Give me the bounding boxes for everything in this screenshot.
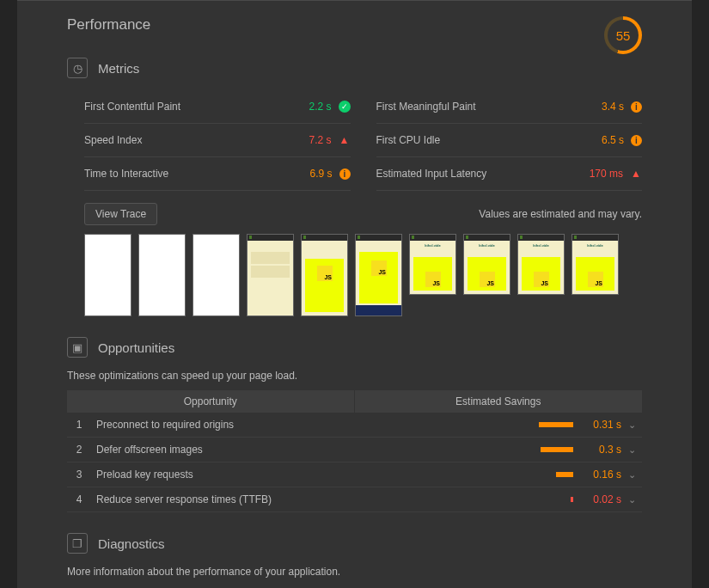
filmstrip-frame[interactable]: [138, 234, 186, 316]
filmstrip-frame[interactable]: [247, 234, 294, 316]
metric-eil[interactable]: Estimated Input Latency 170 ms▲: [376, 157, 643, 191]
opportunity-row[interactable]: 1Preconnect to required origins0.31 s⌄: [67, 413, 642, 438]
chevron-down-icon[interactable]: ⌄: [621, 494, 642, 505]
check-icon: ✓: [339, 101, 351, 113]
opportunities-icon: ▣: [67, 337, 88, 358]
metric-value: 7.2 s: [309, 134, 331, 146]
diagnostics-heading: Diagnostics: [98, 536, 165, 551]
row-index: 4: [67, 493, 91, 505]
metric-label: Time to Interactive: [84, 168, 168, 180]
savings-bar: [511, 447, 580, 452]
opportunities-header: Opportunity Estimated Savings: [67, 390, 642, 413]
filmstrip-frame[interactable]: kthxl.videJS: [517, 234, 565, 295]
info-icon: i: [631, 101, 642, 113]
metric-value: 2.2 s: [309, 101, 331, 113]
filmstrip-frame[interactable]: kthxl.videJS: [571, 234, 619, 295]
warning-icon: ▲: [630, 168, 642, 180]
filmstrip-frame[interactable]: kthxl.videJS: [409, 234, 456, 295]
view-trace-button[interactable]: View Trace: [84, 203, 157, 225]
opportunity-row[interactable]: 4Reduce server response times (TTFB)0.02…: [67, 487, 642, 512]
row-index: 1: [67, 419, 91, 431]
filmstrip-frame[interactable]: [84, 234, 131, 316]
col-opportunity: Opportunity: [67, 390, 355, 413]
savings-bar: [511, 497, 580, 502]
opportunity-row[interactable]: 2Defer offscreen images0.3 s⌄: [67, 438, 642, 462]
metrics-grid: First Contentful Paint 2.2 s✓ First Mean…: [17, 78, 692, 191]
savings-bar: [511, 422, 580, 427]
filmstrip: JS JS kthxl.videJS kthxl.videJS kthxl.vi…: [17, 225, 692, 316]
metric-value: 3.4 s: [602, 101, 624, 113]
metric-label: Speed Index: [84, 134, 142, 146]
filmstrip-frame[interactable]: [193, 234, 240, 316]
stopwatch-icon: ◷: [67, 58, 88, 78]
metric-value: 6.9 s: [309, 168, 332, 180]
row-index: 2: [67, 444, 91, 456]
col-savings: Estimated Savings: [355, 390, 643, 413]
estimate-note: Values are estimated and may vary.: [479, 208, 642, 220]
opportunity-name: Preload key requests: [91, 469, 511, 481]
info-icon: i: [339, 168, 351, 180]
opportunities-heading: Opportunities: [98, 340, 174, 355]
performance-score-gauge: 55: [604, 16, 642, 54]
savings-value: 0.16 s: [580, 469, 621, 481]
filmstrip-frame[interactable]: JS: [355, 234, 402, 316]
metric-label: Estimated Input Latency: [376, 168, 487, 180]
metric-si[interactable]: Speed Index 7.2 s▲: [84, 124, 351, 157]
metric-label: First Meaningful Paint: [376, 101, 476, 113]
diagnostic-row[interactable]: 1Ensure text remains visible during webf…: [17, 585, 692, 588]
chevron-down-icon[interactable]: ⌄: [621, 469, 642, 481]
opportunity-row[interactable]: 3Preload key requests0.16 s⌄: [67, 462, 642, 487]
metric-value: 170 ms: [590, 168, 623, 180]
metric-fcp[interactable]: First Contentful Paint 2.2 s✓: [84, 90, 351, 124]
metric-label: First CPU Idle: [376, 134, 441, 146]
opportunity-name: Reduce server response times (TTFB): [91, 493, 511, 505]
opportunity-name: Defer offscreen images: [91, 444, 511, 456]
performance-score-value: 55: [616, 28, 631, 43]
metric-tti[interactable]: Time to Interactive 6.9 si: [84, 157, 351, 191]
warning-icon: ▲: [339, 134, 351, 146]
metric-fmp[interactable]: First Meaningful Paint 3.4 si: [376, 90, 643, 124]
filmstrip-frame[interactable]: JS: [301, 234, 348, 316]
row-index: 3: [67, 469, 91, 481]
diagnostics-subtext: More information about the performance o…: [17, 554, 692, 578]
metric-value: 6.5 s: [602, 134, 624, 146]
chevron-down-icon[interactable]: ⌄: [621, 444, 642, 456]
metric-label: First Contentful Paint: [84, 101, 180, 113]
savings-value: 0.02 s: [580, 493, 621, 505]
savings-bar: [511, 472, 580, 477]
info-icon: i: [631, 135, 642, 146]
chevron-down-icon[interactable]: ⌄: [621, 420, 642, 431]
metric-fci[interactable]: First CPU Idle 6.5 si: [376, 124, 643, 157]
page-title: Performance: [67, 16, 150, 34]
savings-value: 0.31 s: [580, 419, 621, 431]
metrics-heading: Metrics: [98, 61, 139, 76]
filmstrip-frame[interactable]: kthxl.videJS: [463, 234, 510, 295]
opportunity-name: Preconnect to required origins: [91, 419, 511, 431]
opportunities-subtext: These optimizations can speed up your pa…: [17, 358, 692, 382]
clipboard-icon: ❐: [67, 533, 88, 554]
savings-value: 0.3 s: [580, 444, 621, 456]
